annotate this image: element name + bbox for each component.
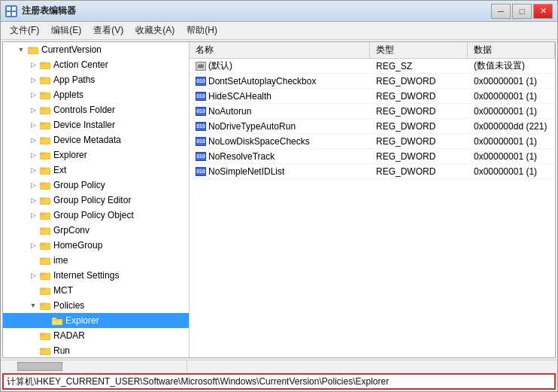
svg-rect-17 [40,138,44,139]
title-bar: 注册表编辑器 ─ □ ✕ [1,1,557,22]
tree-item-action-center[interactable]: ▷ Action Center [3,57,189,72]
svg-rect-35 [40,273,44,275]
expand-icon[interactable]: ▷ [27,74,39,86]
tree-item-device-metadata[interactable]: ▷ Device Metadata [3,132,189,147]
tree-item-policies-explorer[interactable]: ▷ Explorer [3,313,189,328]
expand-icon[interactable]: ▼ [15,44,27,56]
cell-data: 0x00000001 (1) [468,166,555,178]
tree-item-run[interactable]: ▷ Run [3,343,189,357]
tree-item-applets[interactable]: ▷ Applets [3,87,189,102]
expand-icon[interactable]: ▷ [27,59,39,71]
col-header-type[interactable]: 类型 [370,42,468,58]
cell-name: 010 DontSetAutoplayCheckbox [190,75,370,87]
reg-icon-dword: 010 [196,167,206,176]
menu-item[interactable]: 查看(V) [87,23,129,38]
folder-icon [39,299,51,311]
tree-item-group-policy-object[interactable]: ▷ Group Policy Object [3,208,189,223]
tree-item-device-installer[interactable]: ▷ Device Installer [3,117,189,132]
app-icon [5,5,17,17]
table-row[interactable]: 010 NoLowDiskSpaceChecks REG_DWORD 0x000… [190,134,555,149]
table-body[interactable]: ab (默认) REG_SZ (数值未设置) 010 DontSetAutopl… [190,59,555,357]
svg-rect-9 [40,77,44,79]
cell-name: 010 HideSCAHealth [190,90,370,102]
expand-icon[interactable]: ▷ [27,164,39,176]
expand-icon[interactable]: ▷ [27,209,39,221]
cell-name: ab (默认) [190,59,370,73]
tree-item-grpconv[interactable]: ▷ GrpConv [3,223,189,238]
maximize-button[interactable]: □ [512,4,532,19]
reg-icon-dword: 010 [196,122,206,131]
h-scroll-bar[interactable] [17,362,62,371]
svg-rect-1 [12,7,16,11]
folder-icon [39,254,51,266]
table-row[interactable]: 010 NoSimpleNetIDList REG_DWORD 0x000000… [190,164,555,179]
expand-icon[interactable]: ▷ [27,269,39,281]
expand-icon[interactable]: ▷ [27,104,39,116]
tree-item-label: Group Policy Object [53,210,134,220]
cell-type: REG_SZ [370,60,468,72]
folder-icon [39,104,51,116]
tree-item-internet-settings[interactable]: ▷ Internet Settings [3,268,189,283]
col-header-name[interactable]: 名称 [190,42,370,58]
tree-item-label: Device Metadata [53,135,121,145]
h-scroll-right[interactable] [187,360,557,372]
window-controls: ─ □ ✕ [491,4,553,19]
cell-data: 0x000000dd (221) [468,120,555,132]
tree-item-ext[interactable]: ▷ Ext [3,163,189,178]
tree-item-controls-folder[interactable]: ▷ Controls Folder [3,102,189,117]
tree-item-homegroup[interactable]: ▷ HomeGroup [3,238,189,253]
tree-item-mct[interactable]: ▷ MCT [3,283,189,298]
menu-item[interactable]: 帮助(H) [180,23,223,38]
cell-data: 0x00000001 (1) [468,135,555,147]
svg-rect-23 [40,183,44,184]
folder-icon [39,59,51,71]
close-button[interactable]: ✕ [533,4,553,19]
tree-item-group-policy[interactable]: ▷ Group Policy [3,178,189,193]
menu-item[interactable]: 文件(F) [4,23,45,38]
expand-icon[interactable]: ▷ [27,89,39,101]
svg-rect-33 [40,258,44,260]
window-title: 注册表编辑器 [22,5,491,17]
h-scroll-left[interactable] [1,360,187,372]
tree-item-app-paths[interactable]: ▷ App Paths [3,72,189,87]
cell-type: REG_DWORD [370,150,468,163]
tree-scroll[interactable]: ▼ CurrentVersion ▷ [3,42,189,357]
expand-icon[interactable]: ▷ [27,149,39,161]
tree-item-radar[interactable]: ▷ RADAR [3,328,189,343]
expand-icon[interactable]: ▷ [27,179,39,191]
col-header-data[interactable]: 数据 [468,42,555,58]
svg-rect-41 [52,318,56,320]
folder-icon [39,89,51,101]
expand-icon[interactable]: ▷ [27,239,39,251]
expand-icon[interactable]: ▷ [27,194,39,206]
tree-item-policies[interactable]: ▼ Policies [3,298,189,313]
expand-icon[interactable]: ▼ [27,299,39,311]
menu-item[interactable]: 收藏夹(A) [129,23,180,38]
svg-rect-7 [40,62,44,64]
table-row[interactable]: 010 NoAutorun REG_DWORD 0x00000001 (1) [190,104,555,119]
tree-item-ime[interactable]: ▷ ime [3,253,189,268]
table-row[interactable]: 010 NoDriveTypeAutoRun REG_DWORD 0x00000… [190,119,555,134]
right-panel: 名称 类型 数据 ab (默认) REG_SZ (数值未设置) [190,42,555,357]
table-row[interactable]: ab (默认) REG_SZ (数值未设置) [190,59,555,74]
table-row[interactable]: 010 HideSCAHealth REG_DWORD 0x00000001 (… [190,89,555,104]
cell-type: REG_DWORD [370,105,468,117]
minimize-button[interactable]: ─ [491,4,511,19]
tree-item-currentversion[interactable]: ▼ CurrentVersion [3,42,189,57]
table-row[interactable]: 010 NoResolveTrack REG_DWORD 0x00000001 … [190,149,555,164]
cell-data: 0x00000001 (1) [468,150,555,163]
table-row[interactable]: 010 DontSetAutoplayCheckbox REG_DWORD 0x… [190,74,555,89]
tree-item-explorer[interactable]: ▷ Explorer [3,147,189,163]
tree-item-group-policy-editor[interactable]: ▷ Group Policy Editor [3,193,189,208]
svg-rect-29 [40,228,44,229]
registry-editor-window: 注册表编辑器 ─ □ ✕ 文件(F)编辑(E)查看(V)收藏夹(A)帮助(H) … [0,0,558,392]
expand-icon[interactable]: ▷ [27,134,39,146]
cell-data: 0x00000001 (1) [468,75,555,87]
expand-icon[interactable]: ▷ [27,119,39,131]
table-header: 名称 类型 数据 [190,42,555,59]
tree-item-label: Internet Settings [53,270,119,281]
svg-rect-3 [12,12,16,16]
h-scroll-area [1,360,557,372]
folder-icon [39,179,51,191]
menu-item[interactable]: 编辑(E) [45,23,87,38]
